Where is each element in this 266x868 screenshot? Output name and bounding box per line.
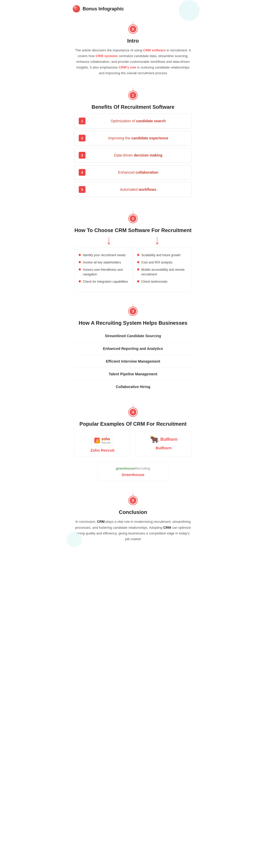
benefit-text-5: Automated workflows — [89, 187, 187, 192]
helps-item-1: Streamlined Candidate Sourcing — [74, 330, 192, 342]
choose-grid: Identify your recruitment needs Involve … — [74, 247, 192, 292]
choose-text-2: Involve all key stakeholders — [83, 260, 121, 265]
bullhorn-label: Bullhorn — [156, 446, 172, 450]
conclusion-title: Conclusion — [74, 509, 192, 515]
dot-2 — [79, 261, 81, 263]
benefit-item-4: 4 Enhanced collaboration — [74, 165, 192, 180]
conclusion-section: Conclusion In conclusion, CRM plays a vi… — [66, 507, 200, 547]
choose-item-1: Identify your recruitment needs — [79, 253, 128, 257]
benefit-item-2: 2 Improving the candidate experience — [74, 131, 192, 145]
intro-section: Intro The article discovers the importan… — [66, 35, 200, 81]
benefit-text-1: Optimization of candidate search — [89, 119, 187, 123]
crm-systems-highlight: CRM systems — [96, 54, 118, 58]
benefit-num-5: 5 — [79, 186, 85, 193]
dot-6 — [137, 261, 139, 263]
choose-section: How To Choose CRM Software For Recruitme… — [66, 225, 200, 297]
helps-section: How A Recruiting System Helps Businesses… — [66, 317, 200, 398]
benefit-num-3: 3 — [79, 152, 85, 159]
connector-circle-examples: 4 — [129, 408, 137, 416]
benefit-item-1: 1 Optimization of candidate search — [74, 114, 192, 128]
crm-software-highlight: CRM software — [143, 48, 166, 52]
choose-col-right: Scalability and future growth Cost and R… — [133, 248, 191, 292]
connector-circle-choose: 2 — [129, 214, 137, 223]
intro-text: The article discovers the importance of … — [74, 48, 192, 76]
connector-circle-conclusion: 0 — [129, 496, 137, 505]
connector-line-up-4 — [133, 302, 133, 307]
dot-5 — [137, 254, 139, 256]
connector-line-up-5 — [133, 403, 133, 408]
zoho-card: Z zoho Recruit Zoho Recruit — [74, 431, 130, 457]
bullhorn-text: Bullhorn — [160, 437, 178, 442]
dot-7 — [137, 269, 139, 271]
crm-role-highlight: CRM's role — [119, 65, 136, 69]
benefit-text-4: Enhanced collaboration — [89, 170, 187, 175]
intro-connector: 0 — [66, 20, 200, 33]
benefit-num-4: 4 — [79, 169, 85, 176]
page-title: Bonus Infographic — [83, 6, 124, 12]
zoho-brand: zoho Recruit — [101, 437, 111, 444]
zoho-logo-box: Z zoho Recruit — [91, 435, 114, 446]
conclusion-connector: 0 — [66, 491, 200, 505]
choose-item-6: Cost and ROI analysis — [137, 260, 187, 265]
dot-4 — [79, 280, 81, 282]
benefit-num-2: 2 — [79, 135, 85, 142]
benefits-section: Benefits Of Recruitment Software 1 Optim… — [66, 101, 200, 205]
choose-col-left: Identify your recruitment needs Involve … — [75, 248, 133, 292]
deco-circle-top-right — [179, 0, 200, 21]
helps-list: Streamlined Candidate Sourcing Enhanced … — [74, 330, 192, 393]
greenhouse-card: greenhouseRecruiting Greenhouse — [98, 462, 168, 481]
helps-title: How A Recruiting System Helps Businesses — [74, 320, 192, 326]
helps-item-2: Enhanced Reporting and Analytics — [74, 342, 192, 355]
choose-connector: 2 — [66, 209, 200, 223]
examples-grid: Z zoho Recruit Zoho Recruit 🐂 Bullhorn B… — [74, 431, 192, 457]
connector-line-up — [133, 20, 133, 25]
intro-title: Intro — [74, 38, 192, 44]
zoho-text: zoho — [101, 437, 111, 441]
choose-text-5: Scalability and future growth — [141, 253, 181, 257]
arrow-left — [109, 237, 109, 245]
conclusion-text: In conclusion, CRM plays a vital role in… — [74, 519, 192, 542]
bullhorn-logo-box: 🐂 Bullhorn — [150, 435, 178, 444]
connector-circle-helps: 3 — [129, 307, 137, 315]
greenhouse-gray-text: Recruiting — [135, 466, 150, 470]
helps-connector: 3 — [66, 302, 200, 315]
dot-3 — [79, 269, 81, 271]
helps-item-5: Collaborative Hiring — [74, 380, 192, 393]
benefits-title: Benefits Of Recruitment Software — [74, 104, 192, 110]
connector-line-up-6 — [133, 491, 133, 496]
choose-title: How To Choose CRM Software For Recruitme… — [74, 227, 192, 234]
greenhouse-label: Greenhouse — [122, 472, 144, 477]
choose-text-3: Assess user-friendliness and navigation — [83, 267, 128, 277]
choose-text-4: Check for integration capabilities — [83, 279, 128, 284]
connector-line-up-2 — [133, 86, 133, 91]
benefit-item-5: 5 Automated workflows — [74, 182, 192, 197]
choose-text-8: Check testimonials — [141, 279, 168, 284]
greenhouse-logo: greenhouseRecruiting — [116, 466, 150, 470]
benefit-num-1: 1 — [79, 118, 85, 124]
zoho-recruit-text: Recruit — [101, 441, 111, 444]
dot-1 — [79, 254, 81, 256]
choose-text-7: Mobile accessibility and remote recruitm… — [141, 267, 187, 277]
choose-text-1: Identify your recruitment needs — [83, 253, 126, 257]
bullhorn-icon: 🐂 — [150, 435, 159, 444]
helps-item-3: Efficient Interview Management — [74, 355, 192, 368]
deco-circle-bottom-left — [66, 532, 82, 547]
bullhorn-card: 🐂 Bullhorn Bullhorn — [136, 431, 192, 457]
examples-connector: 4 — [66, 403, 200, 416]
benefit-item-3: 3 Data-driven decision making — [74, 148, 192, 162]
logo-icon — [73, 5, 80, 12]
choose-item-4: Check for integration capabilities — [79, 279, 128, 284]
connector-line-up-3 — [133, 209, 133, 214]
helps-item-4: Talent Pipeline Management — [74, 368, 192, 380]
examples-section: Popular Examples Of CRM For Recruitment … — [66, 418, 200, 487]
choose-arrows — [74, 237, 192, 245]
benefit-text-3: Data-driven decision making — [89, 153, 187, 157]
connector-circle-benefits: 1 — [129, 91, 137, 99]
examples-title: Popular Examples Of CRM For Recruitment — [74, 421, 192, 427]
connector-circle-intro: 0 — [129, 25, 137, 33]
choose-item-7: Mobile accessibility and remote recruitm… — [137, 267, 187, 277]
choose-text-6: Cost and ROI analysis — [141, 260, 172, 265]
zoho-icon: Z — [94, 438, 100, 443]
benefits-connector: 1 — [66, 86, 200, 99]
choose-item-2: Involve all key stakeholders — [79, 260, 128, 265]
